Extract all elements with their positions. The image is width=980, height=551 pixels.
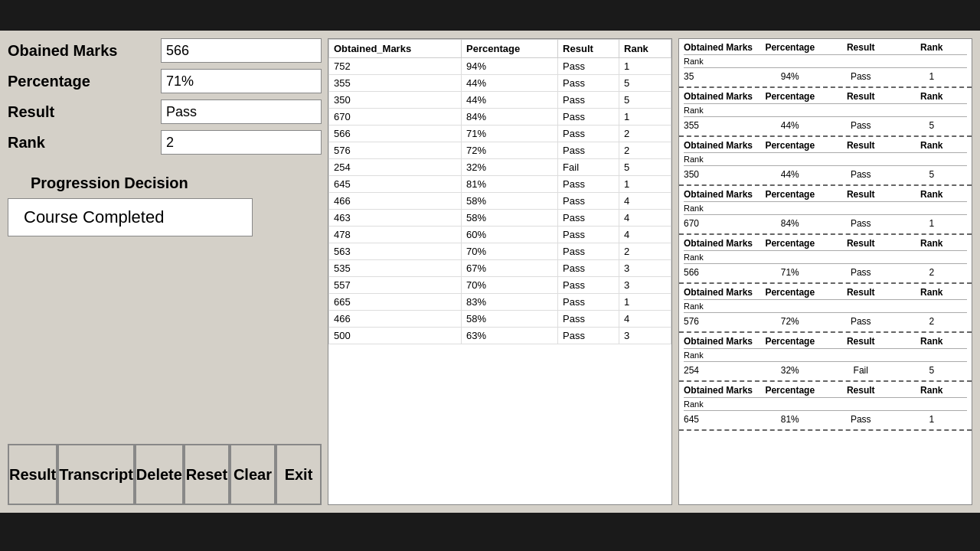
main-content: Obained Marks 566 Percentage 71% Result … <box>0 31 980 513</box>
table-cell: 1 <box>619 294 671 311</box>
table-cell: 1 <box>619 58 671 75</box>
right-panel[interactable]: Obtained MarksPercentageResultRankRank35… <box>678 38 972 505</box>
table-cell: 355 <box>329 75 462 92</box>
table-cell: 478 <box>329 227 462 243</box>
right-data-cell: 72% <box>755 316 826 327</box>
right-col-header-rank: Rank <box>897 42 968 53</box>
table-row[interactable]: 64581%Pass1 <box>329 176 671 193</box>
table-scroll[interactable]: Obtained_MarksPercentageResultRank 75294… <box>328 39 671 504</box>
table-row[interactable]: 46658%Pass4 <box>329 311 671 328</box>
right-col-header: Percentage <box>755 385 826 396</box>
right-data-cell: 5 <box>897 365 968 376</box>
table-cell: 3 <box>619 277 671 294</box>
right-rank-sublabel: Rank <box>684 350 967 360</box>
table-row[interactable]: 57672%Pass2 <box>329 142 671 159</box>
col-header-obtained_marks: Obtained_Marks <box>329 40 462 58</box>
table-cell: 1 <box>619 176 671 193</box>
right-rank-sublabel: Rank <box>684 106 967 115</box>
transcript-button[interactable]: Transcript <box>57 444 135 505</box>
right-col-header: Obtained Marks <box>684 238 755 249</box>
table-cell: 44% <box>462 75 558 92</box>
table-cell: 94% <box>462 58 558 75</box>
right-data-cell: Fail <box>825 365 897 376</box>
table-row[interactable]: 46658%Pass4 <box>329 193 671 210</box>
delete-button[interactable]: Delete <box>135 444 184 505</box>
right-sub-header-row: Rank <box>684 253 967 264</box>
right-data-row: 64581%Pass1 <box>684 412 967 426</box>
right-data-cell: Pass <box>825 218 897 229</box>
table-cell: 5 <box>619 75 671 92</box>
right-sub-header-row: Rank <box>684 57 967 68</box>
right-col-header: Obtained Marks <box>684 91 755 102</box>
right-col-header-rank: Rank <box>897 140 968 151</box>
right-sub-header-row: Rank <box>684 350 967 362</box>
table-cell: 563 <box>329 243 462 260</box>
table-cell: 645 <box>329 176 462 193</box>
table-cell: 5 <box>619 92 671 109</box>
right-data-cell: 32% <box>755 365 826 376</box>
clear-button[interactable]: Clear <box>230 444 276 505</box>
right-data-cell: 566 <box>684 267 755 278</box>
table-cell: 70% <box>462 243 558 260</box>
table-cell: Pass <box>558 210 619 227</box>
table-cell: 535 <box>329 260 462 277</box>
right-col-header: Obtained Marks <box>684 42 755 53</box>
right-header-row: Obtained MarksPercentageResultRank <box>684 238 967 251</box>
obtained-marks-label: Obained Marks <box>8 42 161 60</box>
table-cell: Pass <box>558 311 619 328</box>
table-row[interactable]: 56370%Pass2 <box>329 243 671 260</box>
right-col-header: Result <box>825 189 897 200</box>
right-header-row: Obtained MarksPercentageResultRank <box>684 287 967 300</box>
table-cell: 752 <box>329 58 462 75</box>
right-data-cell: 35 <box>684 71 755 82</box>
right-data-cell: 350 <box>684 169 755 180</box>
result-row: Result Pass <box>8 99 322 124</box>
table-row[interactable]: 56671%Pass2 <box>329 126 671 142</box>
table-cell: Pass <box>558 243 619 260</box>
table-cell: 254 <box>329 159 462 176</box>
bottom-bar <box>0 513 980 551</box>
exit-button[interactable]: Exit <box>276 444 322 505</box>
result-button[interactable]: Result <box>8 444 57 505</box>
right-col-header: Percentage <box>755 189 826 200</box>
table-row[interactable]: 53567%Pass3 <box>329 260 671 277</box>
col-header-result: Result <box>558 40 619 58</box>
table-cell: Pass <box>558 328 619 344</box>
reset-button[interactable]: Reset <box>184 444 230 505</box>
right-data-cell: 5 <box>897 120 968 131</box>
right-data-cell: 670 <box>684 218 755 229</box>
table-cell: 2 <box>619 243 671 260</box>
table-row[interactable]: 50063%Pass3 <box>329 328 671 344</box>
table-row[interactable]: 75294%Pass1 <box>329 58 671 75</box>
left-panel: Obained Marks 566 Percentage 71% Result … <box>8 38 322 505</box>
right-col-header: Result <box>825 385 897 396</box>
table-cell: 2 <box>619 142 671 159</box>
table-row[interactable]: 35544%Pass5 <box>329 75 671 92</box>
table-cell: Fail <box>558 159 619 176</box>
right-data-cell: Pass <box>825 267 897 278</box>
table-cell: 63% <box>462 328 558 344</box>
right-rank-sublabel: Rank <box>684 302 967 311</box>
percentage-value: 71% <box>161 69 322 93</box>
table-row[interactable]: 35044%Pass5 <box>329 92 671 109</box>
right-col-header: Obtained Marks <box>684 189 755 200</box>
table-row[interactable]: 46358%Pass4 <box>329 210 671 227</box>
right-header-row: Obtained MarksPercentageResultRank <box>684 42 967 55</box>
percentage-label: Percentage <box>8 73 161 90</box>
top-bar <box>0 0 980 31</box>
table-cell: 557 <box>329 277 462 294</box>
right-section: Obtained MarksPercentageResultRankRank64… <box>679 382 972 431</box>
table-row[interactable]: 55770%Pass3 <box>329 277 671 294</box>
table-row[interactable]: 67084%Pass1 <box>329 109 671 126</box>
table-cell: Pass <box>558 277 619 294</box>
right-data-row: 35044%Pass5 <box>684 168 967 181</box>
table-cell: Pass <box>558 58 619 75</box>
table-cell: 566 <box>329 126 462 142</box>
table-row[interactable]: 66583%Pass1 <box>329 294 671 311</box>
table-cell: 1 <box>619 109 671 126</box>
table-cell: 500 <box>329 328 462 344</box>
table-row[interactable]: 25432%Fail5 <box>329 159 671 176</box>
right-col-header-rank: Rank <box>897 189 968 200</box>
table-row[interactable]: 47860%Pass4 <box>329 227 671 243</box>
right-section: Obtained MarksPercentageResultRankRank25… <box>679 333 972 382</box>
